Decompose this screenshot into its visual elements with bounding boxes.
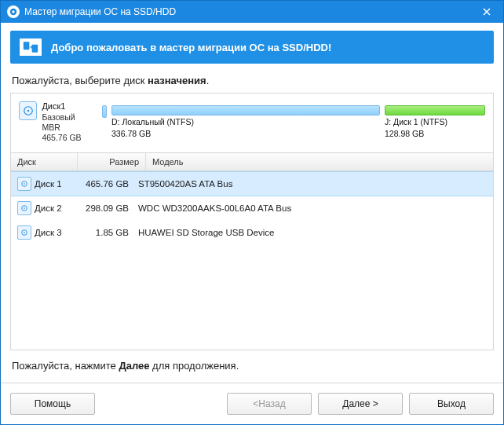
instruction-post: . [206, 75, 210, 86]
instruction-next: Пожалуйста, нажмите Далее для продолжени… [12, 360, 492, 372]
svg-point-9 [24, 207, 25, 209]
table-row[interactable]: Диск 31.85 GBHUAWEI SD Storage USB Devic… [11, 221, 493, 245]
partition-1[interactable]: D: Локальный (NTFS) 336.78 GB [111, 105, 380, 140]
content-area: Добро пожаловать в мастер миграции ОС на… [1, 23, 503, 381]
partition-0[interactable] [102, 105, 107, 140]
disk-summary-bar: Диск1 Базовый MBR 465.76 GB D: Локальный… [11, 93, 493, 152]
disk-icon [17, 177, 31, 191]
instruction-pre: Пожалуйста, выберите диск [12, 75, 148, 86]
row-disk-size: 298.09 GB [74, 203, 135, 213]
disk-panel: Диск1 Базовый MBR 465.76 GB D: Локальный… [10, 93, 494, 350]
disk-icon [17, 225, 31, 240]
button-bar: Помощь <Назад Далее > Выход [1, 383, 503, 424]
svg-point-11 [24, 232, 25, 233]
table-header: Диск Размер Модель [11, 152, 493, 171]
wizard-window: Мастер миграции ОС на SSD/HDD Добро пожа… [0, 0, 504, 425]
disk-icon [17, 201, 31, 215]
instruction2-bold: Далее [119, 360, 149, 372]
row-disk-name: Диск 2 [35, 203, 74, 213]
disk-meta-text: Диск1 Базовый MBR 465.76 GB [42, 101, 94, 143]
welcome-text: Добро пожаловать в мастер миграции ОС на… [51, 42, 331, 53]
partition-1-label: D: Локальный (NTFS) [111, 117, 380, 127]
column-disk[interactable]: Диск [11, 153, 78, 170]
exit-button[interactable]: Выход [409, 393, 494, 415]
row-disk-model: ST9500420AS ATA Bus [135, 179, 487, 189]
partition-map: D: Локальный (NTFS) 336.78 GB J: Диск 1 … [102, 105, 485, 140]
svg-point-1 [12, 10, 14, 13]
row-disk-model: WDC WD3200AAKS-00L6A0 ATA Bus [135, 203, 487, 213]
disk-capacity: 465.76 GB [42, 133, 94, 143]
disk-icon [19, 101, 37, 120]
svg-point-7 [24, 183, 25, 185]
table-row[interactable]: Диск 2298.09 GBWDC WD3200AAKS-00L6A0 ATA… [11, 196, 493, 221]
window-title: Мастер миграции ОС на SSD/HDD [24, 6, 470, 17]
instruction-select: Пожалуйста, выберите диск назначения. [12, 75, 492, 86]
disk-type: Базовый MBR [42, 112, 94, 133]
close-button[interactable] [470, 1, 503, 23]
row-disk-name: Диск 3 [35, 228, 74, 237]
svg-rect-3 [32, 45, 38, 53]
row-disk-size: 465.76 GB [74, 179, 135, 189]
help-button[interactable]: Помощь [10, 393, 95, 415]
column-size[interactable]: Размер [78, 153, 146, 170]
svg-rect-2 [24, 42, 29, 49]
instruction2-post: для продолжения. [149, 360, 239, 372]
row-disk-name: Диск 1 [35, 179, 74, 189]
app-icon [7, 5, 20, 18]
next-button[interactable]: Далее > [318, 393, 403, 415]
partition-2-size: 128.98 GB [385, 129, 485, 139]
disk-meta: Диск1 Базовый MBR 465.76 GB [19, 101, 94, 143]
table-body: Диск 1465.76 GBST9500420AS ATA BusДиск 2… [11, 171, 493, 350]
back-button: <Назад [227, 393, 312, 415]
svg-point-5 [27, 110, 29, 112]
partition-1-size: 336.78 GB [111, 129, 380, 139]
partition-2-label: J: Диск 1 (NTFS) [385, 117, 485, 127]
titlebar: Мастер миграции ОС на SSD/HDD [1, 1, 503, 23]
column-model[interactable]: Модель [146, 153, 493, 170]
row-disk-size: 1.85 GB [74, 228, 135, 237]
migration-icon [20, 38, 42, 56]
welcome-banner: Добро пожаловать в мастер миграции ОС на… [10, 31, 494, 64]
partition-2[interactable]: J: Диск 1 (NTFS) 128.98 GB [385, 105, 485, 140]
instruction2-pre: Пожалуйста, нажмите [12, 360, 119, 372]
disk-name: Диск1 [42, 101, 94, 112]
instruction-bold: назначения [148, 75, 206, 86]
table-row[interactable]: Диск 1465.76 GBST9500420AS ATA Bus [11, 171, 493, 196]
row-disk-model: HUAWEI SD Storage USB Device [135, 228, 487, 237]
